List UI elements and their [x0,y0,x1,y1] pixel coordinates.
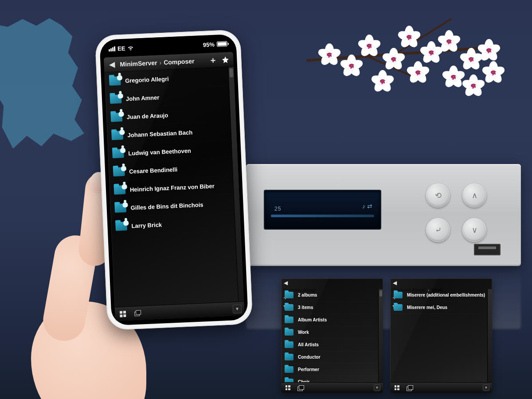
person-folder-icon [115,222,127,231]
folder-icon [285,379,293,382]
cherry-blossom [306,18,501,102]
scrollbar-thumb[interactable] [379,290,382,297]
list-item[interactable]: Miserere (additional embellishments) [390,289,492,301]
grid-view-button[interactable] [284,384,292,392]
person-folder-icon [110,94,122,104]
folder-icon [285,354,293,360]
carrier-label: EE [117,45,125,52]
person-folder-icon [111,131,123,140]
crumb-0[interactable]: MinimServer [120,59,157,68]
list-item[interactable]: 3 items [281,301,383,314]
grid-view-button[interactable] [393,384,401,392]
favorite-button[interactable] [219,53,232,66]
scrollbar-thumb[interactable] [229,68,233,77]
crumb-1[interactable]: Composer [164,57,195,66]
add-button[interactable]: + [207,54,219,66]
device-button-back: ⟲ [426,184,450,207]
device-readout: 25 [274,206,281,212]
breadcrumb[interactable]: MinimServer › Composer [118,57,207,68]
battery-percent: 95% [203,41,215,48]
chevron-right-icon: › [159,59,161,66]
folder-icon [285,304,293,311]
folder-icon [285,341,293,348]
list-item[interactable]: Miserere mei, Deus [390,301,492,314]
folder-icon [394,292,403,298]
stack-view-button[interactable] [296,384,304,392]
person-folder-icon [110,113,122,122]
back-button[interactable]: ◀ [281,278,290,287]
composer-list[interactable]: Gregorio Allegri John Amner Juan de Arau… [104,67,244,307]
person-folder-icon [114,185,126,195]
person-folder-icon [112,149,124,158]
folder-icon [285,366,293,373]
options-dropdown[interactable]: ▼ [233,304,242,313]
brush-stroke [0,11,90,153]
folder-icon [394,304,403,311]
music-browser-app: ◀ MinimServer › Composer + Gregorio Alle… [104,52,245,321]
person-folder-icon [114,203,126,213]
folder-icon [285,292,293,298]
list-item[interactable]: Work [281,326,383,339]
back-button[interactable]: ◀ [106,58,118,71]
work-list[interactable]: Miserere (additional embellishments) Mis… [390,289,492,382]
folder-icon [285,317,293,323]
list-item[interactable]: All Artists [281,339,383,351]
device-button-enter: ⤶ [426,218,450,242]
person-folder-icon [113,167,125,176]
phone: EE 95% 12:27 ◀ MinimServer › Composer + [95,29,253,330]
list-item[interactable]: Performer [281,364,383,376]
device-screen: 25 ♪ ⇄ [264,190,381,230]
folder-icon [285,329,293,336]
list-item[interactable]: 2 albums [281,289,383,301]
detail-panel-works: ◀ Gregorio Allegri › Work + Miserere (ad… [390,278,492,393]
audio-device: 25 ♪ ⇄ ⟲ ∧ ⤶ ∨ [246,164,521,266]
options-dropdown[interactable]: ▼ [374,384,380,391]
stack-view-button[interactable] [133,308,144,319]
stack-view-button[interactable] [405,384,413,392]
device-button-down: ∨ [462,218,486,242]
list-item[interactable]: Album Artists [281,314,383,326]
detail-panel-albums: ◀ Gregorio Allegri + 2 albums 3 items Al… [281,278,383,393]
list-item[interactable]: Conductor [281,351,383,364]
battery-icon [217,41,228,47]
device-button-up: ∧ [462,184,486,207]
grid-view-button[interactable] [117,308,129,319]
category-list[interactable]: 2 albums 3 items Album Artists Work All … [281,289,383,382]
list-item[interactable]: Choir [281,376,383,382]
signal-icon [109,46,115,51]
person-folder-icon [109,76,121,86]
usb-port [474,244,501,255]
back-button[interactable]: ◀ [390,278,399,287]
options-dropdown[interactable]: ▼ [483,384,489,391]
